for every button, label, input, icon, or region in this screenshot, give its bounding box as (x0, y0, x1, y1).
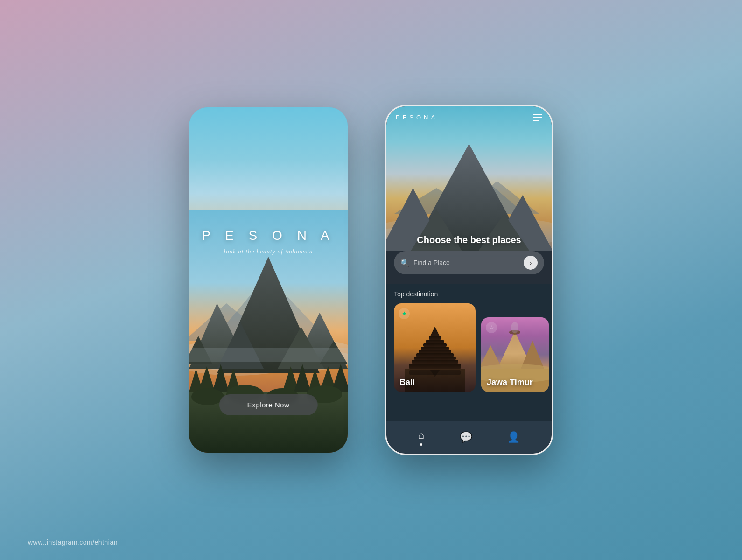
messages-nav-icon: 💬 (460, 431, 472, 443)
search-go-button[interactable]: › (524, 256, 538, 270)
home-phone: PESONA Choose the best places 🔍 Find a P… (385, 105, 553, 455)
jawa-star-badge: ☆ (486, 322, 497, 333)
home-topbar: PESONA (396, 114, 542, 121)
nav-item-profile[interactable]: 👤 (507, 431, 520, 443)
explore-now-button[interactable]: Explore Now (219, 394, 318, 415)
splash-phone: P E S O N A look at the beauty of indone… (189, 107, 348, 453)
watermark: www..instagram.com/ehthian (28, 539, 118, 546)
hamburger-menu-icon[interactable] (533, 114, 542, 121)
svg-rect-46 (421, 347, 449, 350)
svg-rect-50 (412, 360, 458, 364)
splash-content: P E S O N A look at the beauty of indone… (189, 228, 348, 255)
top-destination-label: Top destination (394, 290, 544, 298)
svg-rect-43 (429, 336, 441, 340)
bali-star-badge: ★ (399, 308, 410, 319)
svg-rect-51 (409, 364, 461, 369)
hero-heading: Choose the best places (394, 235, 544, 245)
app-logo: PESONA (396, 114, 438, 121)
svg-rect-14 (189, 348, 348, 362)
jawa-label: Jawa Timur (487, 378, 533, 387)
destination-cards: ★ Bali (394, 303, 544, 392)
bali-label: Bali (399, 378, 415, 387)
home-screen: PESONA Choose the best places 🔍 Find a P… (386, 106, 552, 454)
home-hero: PESONA Choose the best places 🔍 Find a P… (386, 106, 552, 284)
search-bar[interactable]: 🔍 Find a Place › (394, 251, 544, 274)
nav-item-home[interactable]: ⌂ (418, 429, 424, 446)
svg-rect-44 (426, 340, 444, 343)
search-icon: 🔍 (400, 259, 410, 267)
home-nav-icon: ⌂ (418, 429, 424, 441)
svg-rect-48 (416, 353, 454, 357)
profile-nav-icon: 👤 (507, 431, 520, 443)
home-content: Top destination (386, 284, 552, 421)
watermark-text: www..instagram.com/ehthian (28, 539, 118, 546)
splash-title: P E S O N A (202, 228, 335, 243)
bottom-navigation: ⌂ 💬 👤 (386, 421, 552, 454)
destination-card-bali[interactable]: ★ Bali (394, 303, 476, 392)
svg-rect-45 (423, 343, 447, 347)
search-area: Choose the best places 🔍 Find a Place › (394, 235, 544, 274)
svg-marker-42 (430, 327, 440, 336)
splash-subtitle: look at the beauty of indonesia (224, 248, 313, 255)
destination-card-jawa[interactable]: ☆ Jawa Timur (481, 317, 549, 392)
svg-rect-49 (414, 357, 456, 360)
screens-container: P E S O N A look at the beauty of indone… (189, 105, 553, 455)
home-nav-dot (420, 443, 422, 446)
svg-point-60 (511, 322, 518, 333)
search-placeholder[interactable]: Find a Place (413, 259, 520, 266)
nav-item-messages[interactable]: 💬 (460, 431, 472, 443)
svg-rect-47 (419, 350, 451, 353)
splash-background: P E S O N A look at the beauty of indone… (189, 107, 348, 453)
